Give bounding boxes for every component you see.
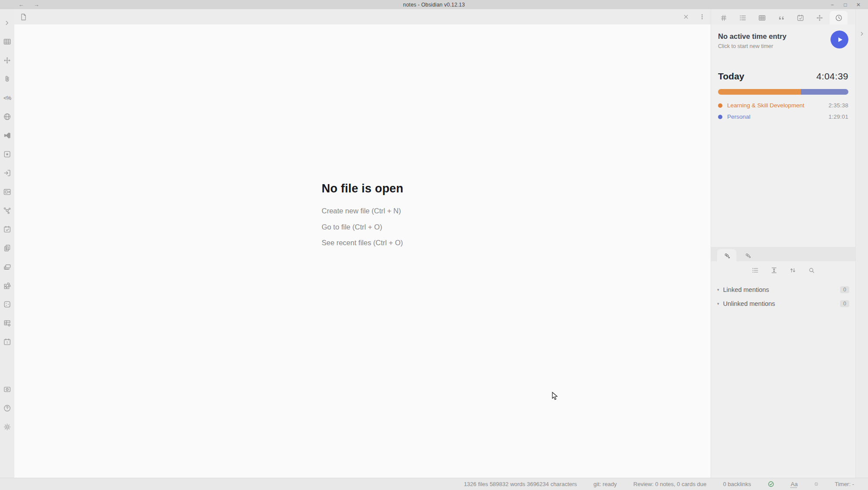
maximize-button[interactable]: □ [842, 2, 849, 8]
linked-mentions-label: Linked mentions [723, 286, 841, 293]
git-status[interactable]: git: ready [593, 481, 616, 487]
collapse-triangle-icon: ▾ [717, 288, 719, 292]
window-title: notes - Obsidian v0.12.13 [0, 2, 868, 8]
editor-area: No file is open Create new file (Ctrl + … [14, 24, 711, 478]
tab-calendar-icon[interactable] [791, 11, 809, 24]
timer-panel: No active time entry Click to start new … [711, 24, 855, 247]
dice-icon[interactable] [0, 295, 14, 314]
empty-state: No file is open Create new file (Ctrl + … [322, 182, 404, 320]
go-to-file-link[interactable]: Go to file (Ctrl + O) [322, 223, 404, 232]
card-stack-icon[interactable] [0, 257, 14, 276]
entry-time: 2:35:38 [829, 102, 848, 109]
main-pane: No file is open Create new file (Ctrl + … [14, 9, 711, 478]
typography-toggle[interactable]: Aa [791, 481, 798, 487]
sort-order-icon[interactable] [789, 267, 797, 276]
review-status[interactable]: Review: 0 notes, 0 cards due [633, 481, 707, 487]
svg-text:1: 1 [7, 341, 8, 344]
tab-quote-icon[interactable] [772, 11, 790, 24]
start-timer-button[interactable] [831, 31, 848, 48]
collapse-triangle-icon: ▾ [717, 302, 719, 306]
today-total-time: 4:04:39 [816, 71, 848, 82]
progress-segment-personal [801, 89, 848, 95]
daily-note-icon[interactable]: 1 [0, 332, 14, 351]
backlinks-count[interactable]: 0 backlinks [723, 481, 751, 487]
obsidian-window: ← → notes - Obsidian v0.12.13 − □ ✕ <% [0, 0, 868, 490]
right-sidebar-tabs [711, 9, 855, 24]
more-options-icon[interactable] [699, 14, 705, 20]
settings-icon[interactable] [0, 418, 14, 436]
collapse-right-sidebar-icon[interactable] [858, 30, 866, 38]
timer-entry-learning[interactable]: Learning & Skill Development 2:35:38 [718, 102, 848, 109]
sign-in-icon[interactable] [0, 164, 14, 182]
right-collapsed-strip [855, 9, 868, 478]
vscode-icon[interactable] [0, 126, 14, 145]
entry-label: Learning & Skill Development [727, 102, 829, 109]
titlebar: ← → notes - Obsidian v0.12.13 − □ ✕ [0, 0, 868, 9]
linked-mentions-row[interactable]: ▾ Linked mentions 0 [711, 283, 855, 297]
backlinks-panel: ▾ Linked mentions 0 ▾ Unlinked mentions … [711, 247, 855, 478]
table-icon[interactable] [0, 32, 14, 51]
linked-mentions-count: 0 [840, 286, 849, 293]
box-document-icon[interactable] [0, 182, 14, 201]
backlinks-toolbar [711, 267, 855, 276]
timer-status-subtitle: Click to start new timer [718, 43, 831, 49]
tab-outline-icon[interactable] [734, 11, 752, 24]
right-sidebar: No active time entry Click to start new … [711, 9, 855, 478]
tab-tags-icon[interactable] [715, 11, 732, 24]
progress-segment-learning [718, 89, 801, 95]
minimize-button[interactable]: − [829, 2, 836, 8]
move-crosshair-icon[interactable] [0, 51, 14, 70]
timer-status-title: No active time entry [718, 32, 831, 41]
copy-documents-icon[interactable] [0, 239, 14, 257]
table-settings-icon[interactable] [0, 314, 14, 332]
paperclip-icon[interactable] [0, 70, 14, 89]
statusbar: 1326 files 589832 words 3696234 characte… [0, 478, 868, 490]
graph-icon[interactable] [0, 201, 14, 220]
today-progress-bar [718, 89, 848, 95]
tab-header [14, 9, 711, 24]
vault-icon[interactable] [0, 380, 14, 399]
small-square-icon[interactable] [814, 482, 818, 486]
unlinked-mentions-label: Unlinked mentions [723, 300, 841, 307]
left-ribbon: <% 1 [0, 9, 14, 478]
globe-icon[interactable] [0, 107, 14, 126]
file-stats: 1326 files 589832 words 3696234 characte… [464, 481, 577, 487]
expand-results-icon[interactable] [770, 267, 778, 276]
list-view-icon[interactable] [752, 267, 759, 276]
tab-outgoing-links-icon[interactable] [738, 249, 757, 261]
help-icon[interactable] [0, 399, 14, 418]
close-pane-icon[interactable] [683, 14, 689, 20]
create-new-file-link[interactable]: Create new file (Ctrl + N) [322, 207, 404, 216]
calendar-check-icon[interactable] [0, 220, 14, 239]
entry-time: 1:29:01 [829, 113, 848, 120]
tab-backlinks-icon[interactable] [717, 249, 736, 261]
entry-dot [718, 115, 722, 119]
entry-dot [718, 103, 722, 108]
sync-check-icon[interactable] [768, 481, 774, 487]
expand-sidebar-icon[interactable] [0, 14, 14, 32]
blocks-icon[interactable] [0, 276, 14, 295]
templater-icon[interactable]: <% [0, 89, 14, 107]
backlinks-tabs [711, 247, 855, 261]
unlinked-mentions-row[interactable]: ▾ Unlinked mentions 0 [711, 297, 855, 311]
search-icon[interactable] [808, 267, 815, 276]
timer-entry-personal[interactable]: Personal 1:29:01 [718, 113, 848, 120]
play-icon [837, 36, 844, 43]
today-heading: Today [718, 71, 816, 82]
see-recent-files-link[interactable]: See recent files (Ctrl + O) [322, 239, 404, 247]
tab-table-icon[interactable] [753, 11, 771, 24]
unlinked-mentions-count: 0 [840, 300, 849, 307]
timer-status: Timer: - [835, 481, 854, 487]
star-box-icon[interactable] [0, 145, 14, 164]
tab-timer-icon[interactable] [830, 11, 848, 24]
tab-move-icon[interactable] [810, 11, 828, 24]
close-button[interactable]: ✕ [855, 2, 862, 8]
entry-label: Personal [727, 113, 829, 120]
empty-state-title: No file is open [322, 182, 404, 195]
document-icon [20, 13, 27, 21]
